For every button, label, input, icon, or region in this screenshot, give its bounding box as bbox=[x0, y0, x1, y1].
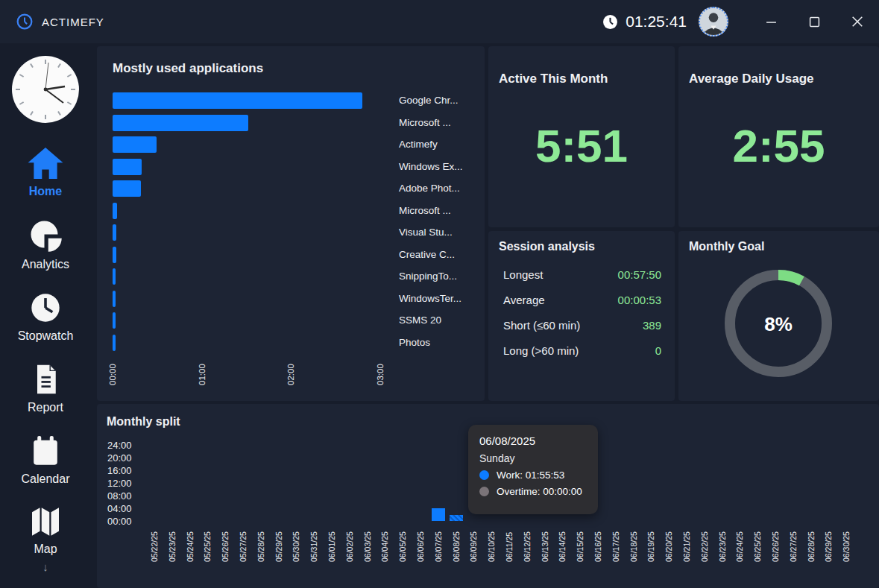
app-usage-bar[interactable] bbox=[113, 159, 142, 175]
date-axis-tick: 06/23/25 bbox=[718, 526, 727, 562]
session-label: Average bbox=[503, 294, 545, 306]
date-axis-tick: 06/27/25 bbox=[789, 526, 798, 562]
x-axis-tick: 02:00 bbox=[286, 355, 295, 385]
app-label: Google Chr... bbox=[399, 95, 459, 106]
session-row: Average 00:00:53 bbox=[503, 294, 661, 306]
date-axis-tick: 06/25/25 bbox=[753, 526, 762, 562]
x-axis-tick: 01:00 bbox=[198, 355, 207, 385]
tooltip-day: Sunday bbox=[479, 452, 587, 464]
sidebar-item-home[interactable]: Home bbox=[4, 146, 86, 198]
calendar-icon bbox=[28, 434, 63, 468]
app-label: Visual Stu... bbox=[399, 227, 453, 238]
date-axis-tick: 06/11/25 bbox=[505, 526, 514, 562]
day-tooltip: 06/08/2025 Sunday Work: 01:55:53 Overtim… bbox=[468, 425, 598, 514]
date-axis-tick: 05/25/25 bbox=[203, 526, 212, 562]
tooltip-overtime-text: Overtime: 00:00:00 bbox=[497, 486, 582, 497]
date-axis-tick: 06/19/25 bbox=[646, 526, 655, 562]
app-usage-bar[interactable] bbox=[113, 268, 116, 285]
monthly-split-title: Monthly split bbox=[107, 415, 180, 429]
app-label: Windows Ex... bbox=[399, 161, 463, 172]
maximize-icon bbox=[809, 16, 820, 28]
home-icon bbox=[27, 146, 64, 180]
app-label: WindowsTer... bbox=[399, 293, 461, 304]
date-axis-tick: 06/13/25 bbox=[541, 526, 549, 562]
app-usage-bar[interactable] bbox=[113, 312, 116, 329]
y-axis-tick: 08:00 bbox=[107, 490, 146, 502]
app-usage-bar[interactable] bbox=[113, 180, 141, 197]
current-time-display: 01:25:41 bbox=[602, 13, 687, 31]
session-label: Short (≤60 min) bbox=[503, 319, 580, 332]
sidebar-item-label: Map bbox=[34, 543, 57, 556]
date-axis-tick: 06/02/25 bbox=[345, 526, 354, 562]
goal-donut-chart: 8% bbox=[719, 264, 838, 383]
app-usage-bar[interactable] bbox=[113, 224, 116, 241]
overtime-series-dot bbox=[479, 487, 489, 496]
app-usage-bar[interactable] bbox=[113, 291, 116, 307]
map-icon bbox=[28, 505, 63, 538]
x-axis-tick: 03:00 bbox=[376, 355, 385, 385]
sidebar-item-analytics[interactable]: Analytics bbox=[4, 218, 86, 271]
sidebar-item-stopwatch[interactable]: Stopwatch bbox=[4, 291, 86, 343]
date-axis-tick: 06/28/25 bbox=[807, 526, 816, 562]
goal-title: Monthly Goal bbox=[689, 240, 764, 253]
sidebar-scroll-down-indicator[interactable]: ↓ bbox=[42, 560, 48, 573]
app-usage-bar[interactable] bbox=[113, 115, 248, 131]
work-day-bar[interactable] bbox=[432, 508, 445, 521]
active-month-value: 5:51 bbox=[488, 119, 675, 172]
date-axis-tick: 06/24/25 bbox=[735, 526, 744, 562]
date-axis-tick: 05/29/25 bbox=[274, 526, 283, 562]
date-axis-tick: 06/10/25 bbox=[487, 526, 496, 562]
date-axis-tick: 05/31/25 bbox=[309, 526, 318, 562]
goal-percent: 8% bbox=[719, 313, 838, 336]
sidebar-item-label: Analytics bbox=[22, 258, 69, 271]
app-label: SSMS 20 bbox=[399, 314, 441, 326]
date-axis-tick: 06/09/25 bbox=[469, 526, 478, 562]
app-label: Actimefy bbox=[399, 139, 438, 150]
app-usage-bar[interactable] bbox=[113, 335, 116, 351]
analog-clock bbox=[11, 55, 80, 127]
x-axis-tick: 00:00 bbox=[108, 355, 117, 385]
close-button[interactable] bbox=[836, 0, 879, 43]
date-axis-tick: 06/30/25 bbox=[842, 526, 851, 562]
date-axis-tick: 05/30/25 bbox=[292, 526, 300, 562]
session-label: Longest bbox=[503, 268, 543, 281]
y-axis-tick: 16:00 bbox=[107, 465, 146, 476]
app-label: Adobe Phot... bbox=[399, 183, 460, 194]
monthly-goal-panel: Monthly Goal 8% bbox=[678, 231, 879, 401]
session-value: 00:00:53 bbox=[618, 294, 661, 306]
stopwatch-icon bbox=[28, 291, 63, 325]
y-axis-tick: 04:00 bbox=[107, 503, 146, 514]
date-axis-tick: 05/24/25 bbox=[186, 526, 195, 562]
sidebar-item-calendar[interactable]: Calendar bbox=[4, 434, 86, 486]
app-usage-bar[interactable] bbox=[113, 247, 116, 263]
date-axis-tick: 06/08/25 bbox=[452, 526, 461, 562]
session-value: 0 bbox=[655, 344, 661, 357]
app-window: ACTIMEFY 01:25:41 bbox=[0, 0, 879, 588]
y-axis-tick: 12:00 bbox=[107, 478, 146, 489]
title-bar: ACTIMEFY 01:25:41 bbox=[0, 0, 879, 43]
date-axis-tick: 05/23/25 bbox=[168, 526, 177, 562]
sidebar-item-report[interactable]: Report bbox=[4, 362, 86, 414]
stat-title: Average Daily Usage bbox=[689, 72, 814, 86]
date-axis-tick: 06/20/25 bbox=[664, 526, 673, 562]
app-usage-bar[interactable] bbox=[113, 203, 117, 219]
maximize-button[interactable] bbox=[793, 0, 836, 43]
date-axis-tick: 06/18/25 bbox=[629, 526, 638, 562]
app-usage-bar[interactable] bbox=[113, 136, 157, 153]
app-label: Microsoft ... bbox=[399, 117, 451, 128]
session-row: Long (>60 min) 0 bbox=[503, 344, 661, 357]
sidebar-item-label: Stopwatch bbox=[18, 329, 74, 343]
minimize-button[interactable] bbox=[749, 0, 793, 43]
work-day-bar[interactable] bbox=[450, 515, 463, 521]
mostly-used-apps-panel: Mostly used applications Google Chr...Mi… bbox=[97, 46, 485, 401]
date-axis-tick: 06/21/25 bbox=[682, 526, 691, 562]
avatar[interactable] bbox=[699, 7, 728, 37]
active-this-month-card: Active This Month 5:51 bbox=[488, 46, 675, 227]
app-usage-bar[interactable] bbox=[113, 92, 362, 109]
date-axis-tick: 06/15/25 bbox=[576, 526, 585, 562]
current-time: 01:25:41 bbox=[626, 13, 687, 31]
date-axis-tick: 06/04/25 bbox=[380, 526, 389, 562]
date-axis-tick: 06/12/25 bbox=[523, 526, 532, 562]
app-logo-clock-icon bbox=[16, 13, 33, 30]
sidebar-item-map[interactable]: Map bbox=[4, 505, 86, 556]
